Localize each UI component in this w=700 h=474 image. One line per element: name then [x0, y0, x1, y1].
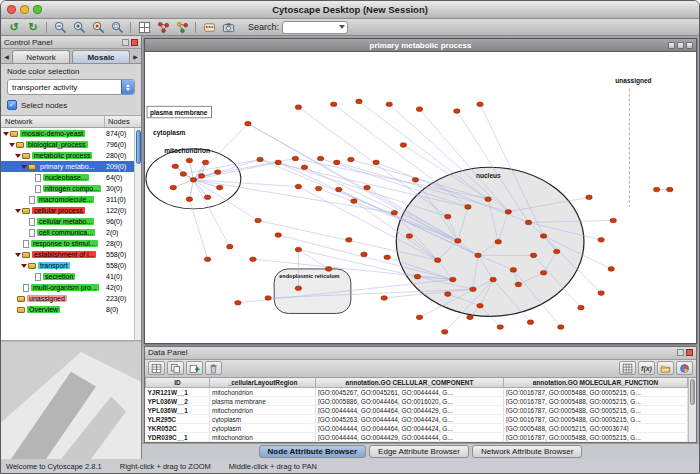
cell-cc[interactable]: [GO:0005886, GO:0044464, GO:0016020, G..…	[316, 397, 504, 406]
network-overview-thumbnail[interactable]	[1, 341, 141, 459]
rotate-cw-button[interactable]: ↻	[24, 20, 42, 35]
zoom-in-button[interactable]	[70, 20, 88, 35]
tree-row-multi-organism[interactable]: multi-organism pro...42(0)	[1, 282, 141, 293]
search-dropdown-button[interactable]	[336, 22, 347, 33]
cell-id[interactable]: YJR121W__1	[146, 388, 210, 397]
cell-cc[interactable]: [GO:0044444, GO:0044464, GO:0044429, G..…	[316, 406, 504, 415]
table-scrollbar-thumb[interactable]	[690, 379, 695, 405]
column-header-molecular-function[interactable]: annotation.GO MOLECULAR_FUNCTION	[504, 378, 688, 388]
tab-network[interactable]: Network	[12, 50, 70, 63]
attribute-chart-button[interactable]	[676, 361, 693, 375]
expand-arrow-icon[interactable]	[3, 132, 9, 136]
frame-maximize-icon[interactable]	[677, 42, 684, 49]
delete-attribute-button[interactable]	[205, 361, 222, 375]
cell-region[interactable]: mitochondrion	[210, 433, 316, 442]
table-row[interactable]: YJR121W__1mitochondrion[GO:0045267, GO:0…	[146, 388, 688, 397]
zoom-out-button[interactable]	[51, 20, 69, 35]
tab-scroll-right-button[interactable]: ▶	[131, 50, 140, 63]
cell-cc[interactable]: [GO:0045267, GO:0045261, GO:0044444, G..…	[316, 388, 504, 397]
frame-minimize-icon[interactable]	[668, 42, 675, 49]
tree-scrollbar-thumb[interactable]	[136, 130, 141, 164]
cell-id[interactable]: YPL036W__2	[146, 397, 210, 406]
cell-mf[interactable]: [GO:0016787, GO:0005488, GO:0005215, G..…	[504, 415, 688, 424]
tree-row-overview[interactable]: Overview8(0)	[1, 304, 141, 315]
overview-grid-button[interactable]	[135, 20, 153, 35]
tab-network-attribute-browser[interactable]: Network Attribute Browser	[472, 445, 582, 458]
attribute-matrix-button[interactable]	[619, 361, 636, 375]
tree-row-macromolecule[interactable]: macromolecule...311(0)	[1, 194, 141, 205]
expand-arrow-icon[interactable]	[21, 264, 27, 268]
tab-scroll-left-button[interactable]: ◀	[2, 50, 11, 63]
tree-row-mosaic-demo-yeast[interactable]: mosaic-demo-yeast874(0)	[1, 128, 141, 139]
tree-row-transport[interactable]: transport558(0)	[1, 260, 141, 271]
minimize-window-button[interactable]	[20, 5, 29, 14]
column-header-nodes[interactable]: Nodes	[105, 116, 141, 127]
table-row[interactable]: YDR039C__1mitochondrion[GO:0044444, GO:0…	[146, 433, 688, 442]
close-panel-icon[interactable]	[686, 349, 693, 356]
expand-arrow-icon[interactable]	[15, 209, 21, 213]
tree-row-establishment-of-localization[interactable]: establishment of l...558(0)	[1, 249, 141, 260]
network-frame-titlebar[interactable]: primary metabolic process	[145, 39, 696, 52]
cell-cc[interactable]: [GO:0044444, GO:0044429, GO:0044444, G..…	[316, 433, 504, 442]
import-attributes-button[interactable]	[657, 361, 674, 375]
cell-mf[interactable]: [GO:0016787, GO:0005488, GO:0005215, G..…	[504, 397, 688, 406]
tree-row-metabolic-process[interactable]: metabolic process280(0)	[1, 150, 141, 161]
expand-arrow-icon[interactable]	[15, 253, 21, 257]
column-header-region[interactable]: _cellularLayoutRegion	[210, 378, 316, 388]
cell-cc[interactable]: [GO:0045263, GO:0044444, GO:0044424, G..…	[316, 415, 504, 424]
tree-row-secretion[interactable]: secretion41(0)	[1, 271, 141, 282]
function-builder-button[interactable]: f(x)	[638, 361, 655, 375]
cell-region[interactable]: mitochondrion	[210, 406, 316, 415]
tree-row-cellular-metabolic[interactable]: cellular metabo...96(0)	[1, 216, 141, 227]
snapshot-button[interactable]	[219, 20, 237, 35]
table-row[interactable]: YLR295Ccytoplasm[GO:0045263, GO:0044444,…	[146, 415, 688, 424]
expand-arrow-icon[interactable]	[9, 143, 15, 147]
select-attributes-button[interactable]	[148, 361, 165, 375]
table-scrollbar[interactable]	[688, 378, 696, 443]
zoom-fit-button[interactable]	[108, 20, 126, 35]
cell-id[interactable]: YLR295C	[146, 415, 210, 424]
float-panel-icon[interactable]	[677, 349, 684, 356]
cell-region[interactable]: mitochondrion	[210, 388, 316, 397]
maximize-window-button[interactable]	[33, 5, 42, 14]
vizmapper-button[interactable]	[200, 20, 218, 35]
table-row[interactable]: YKR052Ccytoplasm[GO:0044444, GO:0044464,…	[146, 424, 688, 433]
color-attribute-dropdown[interactable]: transporter activity	[7, 79, 135, 95]
network-svg[interactable]: plasma membrane cytoplasm mitochondrion …	[145, 52, 696, 343]
zoom-selected-button[interactable]	[89, 20, 107, 35]
search-input[interactable]	[283, 22, 336, 33]
new-attribute-button[interactable]	[186, 361, 203, 375]
tree-row-response-to-stimulus[interactable]: response to stimul...28(0)	[1, 238, 141, 249]
dropdown-arrows-icon[interactable]	[121, 80, 134, 94]
cell-id[interactable]: YKR052C	[146, 424, 210, 433]
cell-mf[interactable]: [GO:0016787, GO:0005488, GO:0005215, G..…	[504, 406, 688, 415]
new-network-button[interactable]	[154, 20, 172, 35]
frame-close-icon[interactable]	[686, 42, 693, 49]
table-row[interactable]: YPL036W__2plasma membrane[GO:0005886, GO…	[146, 397, 688, 406]
column-header-id[interactable]: ID	[146, 378, 210, 388]
rotate-ccw-button[interactable]: ↺	[5, 20, 23, 35]
expand-arrow-icon[interactable]	[21, 165, 27, 169]
cell-mf[interactable]: [GO:0016787, GO:0005488, GO:0005215, G..…	[504, 433, 688, 442]
float-panel-icon[interactable]	[122, 39, 129, 46]
tree-row-primary-metabolic[interactable]: primary metabo...209(0)	[1, 161, 141, 172]
tree-row-cellular-process[interactable]: cellular process122(0)	[1, 205, 141, 216]
cell-region[interactable]: plasma membrane	[210, 397, 316, 406]
cell-region[interactable]: cytoplasm	[210, 415, 316, 424]
cell-cc[interactable]: [GO:0044444, GO:0044464, GO:0044424, G..…	[316, 424, 504, 433]
tree-row-biological-process[interactable]: biological_process796(0)	[1, 139, 141, 150]
cell-region[interactable]: cytoplasm	[210, 424, 316, 433]
cell-mf[interactable]: [GO:0005488, GO:0005215, GO:0003674]	[504, 424, 688, 433]
table-row[interactable]: YPL036W__1mitochondrion[GO:0044444, GO:0…	[146, 406, 688, 415]
tab-node-attribute-browser[interactable]: Node Attribute Browser	[259, 445, 367, 458]
window-titlebar[interactable]: Cytoscape Desktop (New Session)	[1, 1, 699, 19]
cell-mf[interactable]: [GO:0016787, GO:0005488, GO:0005215, G..…	[504, 388, 688, 397]
network-from-selection-button[interactable]	[173, 20, 191, 35]
tree-row-nitrogen-compound[interactable]: nitrogen compo...30(0)	[1, 183, 141, 194]
tree-row-unassigned[interactable]: unassigned223(0)	[1, 293, 141, 304]
column-header-network[interactable]: Network	[1, 116, 105, 127]
cell-id[interactable]: YPL036W__1	[146, 406, 210, 415]
column-header-cellular-component[interactable]: annotation.GO CELLULAR_COMPONENT	[316, 378, 504, 388]
tab-mosaic[interactable]: Mosaic	[72, 50, 130, 63]
select-nodes-checkbox[interactable]: ✓	[7, 100, 17, 110]
